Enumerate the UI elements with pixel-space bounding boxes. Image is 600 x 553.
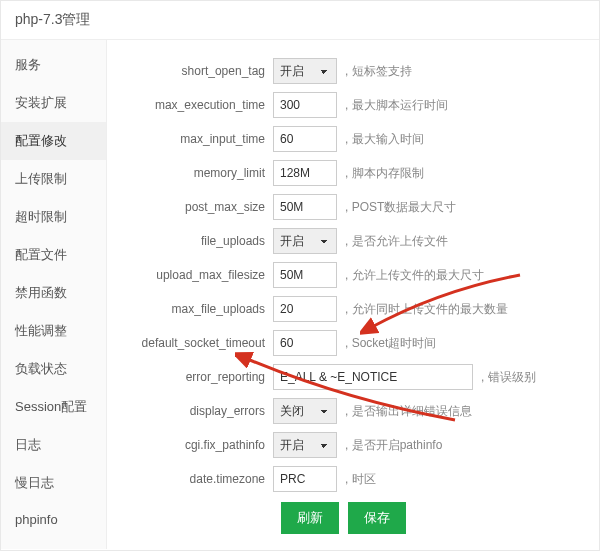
sidebar-item-12[interactable]: phpinfo — [1, 502, 106, 537]
sidebar-item-11[interactable]: 慢日志 — [1, 464, 106, 502]
config-input-memory_limit[interactable] — [273, 160, 337, 186]
config-desc: 允许同时上传文件的最大数量 — [345, 301, 508, 318]
config-row-file_uploads: file_uploads开启关闭是否允许上传文件 — [117, 228, 589, 254]
config-row-upload_max_filesize: upload_max_filesize允许上传文件的最大尺寸 — [117, 262, 589, 288]
config-label: default_socket_timeout — [117, 336, 273, 350]
sidebar-item-10[interactable]: 日志 — [1, 426, 106, 464]
sidebar-item-6[interactable]: 禁用函数 — [1, 274, 106, 312]
config-row-max_file_uploads: max_file_uploads允许同时上传文件的最大数量 — [117, 296, 589, 322]
config-row-short_open_tag: short_open_tag开启关闭短标签支持 — [117, 58, 589, 84]
config-row-date.timezone: date.timezone时区 — [117, 466, 589, 492]
refresh-button[interactable]: 刷新 — [281, 502, 339, 534]
config-content: short_open_tag开启关闭短标签支持max_execution_tim… — [107, 40, 599, 549]
page-title: php-7.3管理 — [15, 11, 90, 27]
config-select-cgi.fix_pathinfo[interactable]: 开启关闭 — [273, 432, 337, 458]
config-row-display_errors: display_errors开启关闭是否输出详细错误信息 — [117, 398, 589, 424]
config-row-max_input_time: max_input_time最大输入时间 — [117, 126, 589, 152]
sidebar-item-8[interactable]: 负载状态 — [1, 350, 106, 388]
form-actions: 刷新 保存 — [281, 502, 589, 534]
config-label: display_errors — [117, 404, 273, 418]
config-label: max_input_time — [117, 132, 273, 146]
config-desc: Socket超时时间 — [345, 335, 436, 352]
sidebar-item-1[interactable]: 安装扩展 — [1, 84, 106, 122]
config-desc: 脚本内存限制 — [345, 165, 424, 182]
config-label: short_open_tag — [117, 64, 273, 78]
sidebar-item-3[interactable]: 上传限制 — [1, 160, 106, 198]
sidebar-item-0[interactable]: 服务 — [1, 46, 106, 84]
panel-header: php-7.3管理 — [1, 1, 599, 40]
config-desc: 时区 — [345, 471, 376, 488]
config-desc: 允许上传文件的最大尺寸 — [345, 267, 484, 284]
sidebar-item-2[interactable]: 配置修改 — [1, 122, 106, 160]
config-row-memory_limit: memory_limit脚本内存限制 — [117, 160, 589, 186]
config-desc: 短标签支持 — [345, 63, 412, 80]
config-desc: 是否开启pathinfo — [345, 437, 442, 454]
config-input-max_input_time[interactable] — [273, 126, 337, 152]
config-input-date.timezone[interactable] — [273, 466, 337, 492]
config-row-default_socket_timeout: default_socket_timeoutSocket超时时间 — [117, 330, 589, 356]
config-label: error_reporting — [117, 370, 273, 384]
config-label: date.timezone — [117, 472, 273, 486]
config-row-post_max_size: post_max_sizePOST数据最大尺寸 — [117, 194, 589, 220]
config-select-display_errors[interactable]: 开启关闭 — [273, 398, 337, 424]
config-label: post_max_size — [117, 200, 273, 214]
config-input-error_reporting[interactable] — [273, 364, 473, 390]
config-label: upload_max_filesize — [117, 268, 273, 282]
config-label: cgi.fix_pathinfo — [117, 438, 273, 452]
save-button[interactable]: 保存 — [348, 502, 406, 534]
config-desc: 最大输入时间 — [345, 131, 424, 148]
config-desc: 最大脚本运行时间 — [345, 97, 448, 114]
config-select-short_open_tag[interactable]: 开启关闭 — [273, 58, 337, 84]
sidebar-item-7[interactable]: 性能调整 — [1, 312, 106, 350]
config-desc: 是否允许上传文件 — [345, 233, 448, 250]
config-desc: POST数据最大尺寸 — [345, 199, 456, 216]
config-label: max_file_uploads — [117, 302, 273, 316]
php-manage-panel: php-7.3管理 服务安装扩展配置修改上传限制超时限制配置文件禁用函数性能调整… — [0, 0, 600, 551]
config-input-upload_max_filesize[interactable] — [273, 262, 337, 288]
sidebar: 服务安装扩展配置修改上传限制超时限制配置文件禁用函数性能调整负载状态Sessio… — [1, 40, 107, 549]
config-input-post_max_size[interactable] — [273, 194, 337, 220]
config-row-cgi.fix_pathinfo: cgi.fix_pathinfo开启关闭是否开启pathinfo — [117, 432, 589, 458]
config-input-max_file_uploads[interactable] — [273, 296, 337, 322]
config-input-max_execution_time[interactable] — [273, 92, 337, 118]
config-row-max_execution_time: max_execution_time最大脚本运行时间 — [117, 92, 589, 118]
sidebar-item-9[interactable]: Session配置 — [1, 388, 106, 426]
config-label: file_uploads — [117, 234, 273, 248]
sidebar-item-5[interactable]: 配置文件 — [1, 236, 106, 274]
config-desc: 错误级别 — [481, 369, 536, 386]
config-input-default_socket_timeout[interactable] — [273, 330, 337, 356]
config-row-error_reporting: error_reporting错误级别 — [117, 364, 589, 390]
config-label: max_execution_time — [117, 98, 273, 112]
config-select-file_uploads[interactable]: 开启关闭 — [273, 228, 337, 254]
config-label: memory_limit — [117, 166, 273, 180]
config-desc: 是否输出详细错误信息 — [345, 403, 472, 420]
sidebar-item-4[interactable]: 超时限制 — [1, 198, 106, 236]
